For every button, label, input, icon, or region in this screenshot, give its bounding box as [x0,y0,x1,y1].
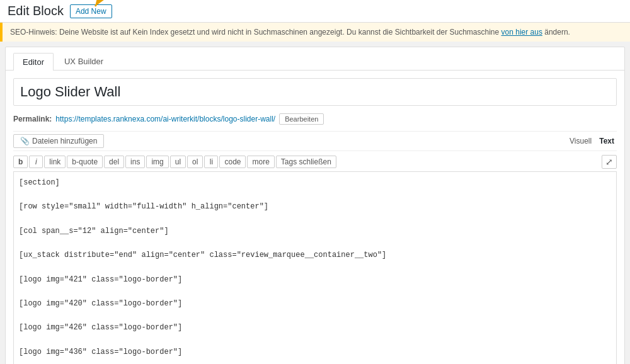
title-input[interactable] [13,78,617,106]
toolbar-link[interactable]: link [44,156,66,168]
toolbar-img[interactable]: img [146,156,168,168]
expand-button[interactable]: ⤢ [602,155,617,169]
seo-notice-link[interactable]: von hier aus [501,28,542,37]
toolbar-ul[interactable]: ul [170,156,186,168]
code-editor[interactable]: [section] [row style="small" width="full… [13,171,617,364]
visual-view-toggle[interactable]: Visuell [567,135,594,147]
seo-notice-text-after: ändern. [542,28,570,37]
permalink-link[interactable]: https://templates.ranknexa.com/ai-writer… [55,115,275,123]
seo-notice-text: SEO-Hinweis: Deine Website ist auf Kein … [10,28,501,37]
page-title: Edit Block [8,4,64,18]
toolbar-ol[interactable]: ol [187,156,203,168]
toolbar-code[interactable]: code [219,156,246,168]
toolbar-more[interactable]: more [247,156,274,168]
toolbar-row: b i link b-quote del ins img ul ol li co… [13,155,617,169]
files-row: 📎 Dateien hinzufügen Visuell Text [13,131,617,151]
title-section [6,71,624,113]
view-toggle: Visuell Text [567,135,617,147]
toolbar-bquote[interactable]: b-quote [67,156,103,168]
toolbar-italic[interactable]: i [29,156,43,168]
add-files-label: Dateien hinzufügen [32,137,97,145]
tab-editor[interactable]: Editor [13,53,54,71]
permalink-edit-button[interactable]: Bearbeiten [279,113,324,125]
paperclip-icon: 📎 [20,137,30,145]
add-files-button[interactable]: 📎 Dateien hinzufügen [13,134,104,148]
main-content: Editor UX Builder Permalink: https://tem… [5,47,625,364]
toolbar-bold[interactable]: b [13,156,28,168]
toolbar-li[interactable]: li [204,156,218,168]
text-view-toggle[interactable]: Text [597,135,617,147]
tabs-bar: Editor UX Builder [6,47,624,71]
seo-notice: SEO-Hinweis: Deine Website ist auf Kein … [0,23,630,42]
add-new-button[interactable]: Add New [70,4,112,18]
editor-area: 📎 Dateien hinzufügen Visuell Text b i li… [6,131,624,364]
tab-ux-builder[interactable]: UX Builder [55,52,113,70]
permalink-label: Permalink: [13,115,52,123]
toolbar-close-tags[interactable]: Tags schließen [276,156,336,168]
page-header: Edit Block Add New [0,0,630,23]
toolbar-ins[interactable]: ins [125,156,145,168]
permalink-row: Permalink: https://templates.ranknexa.co… [6,113,624,131]
toolbar-del[interactable]: del [104,156,124,168]
